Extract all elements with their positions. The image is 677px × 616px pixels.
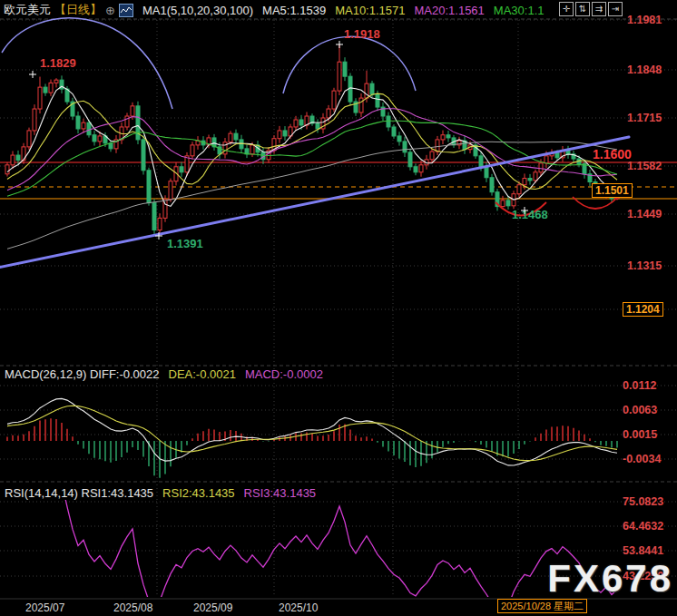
macd-bar-value: MACD:-0.0002 [245, 367, 323, 381]
indicator-axis-label: 0.0015 [623, 428, 657, 441]
price-axis-label: 1.1315 [627, 259, 662, 272]
period-label[interactable]: 【日线】 [54, 2, 102, 18]
macd-header: MACD(26,12,9) DIFF:-0.0022 DEA:-0.0021 M… [5, 367, 323, 381]
price-axis-label: 1.1981 [627, 14, 662, 26]
date-axis-label: 2025/07 [25, 601, 65, 614]
price-axis-label: 1.1848 [627, 64, 662, 76]
mini-chart-icon[interactable] [119, 4, 133, 17]
main-chart-header: 欧元美元 【日线】 ⊕ MA1(5,10,20,30,100) MA5:1.15… [4, 2, 545, 18]
date-axis-label: 2025/10 [279, 601, 319, 614]
resistance-level-label: 1.1600 [593, 147, 632, 161]
ma30-value: MA30:1.1 [494, 4, 545, 17]
ma-settings-label[interactable]: MA1(5,10,20,30,100) [142, 4, 253, 17]
ma5-value: MA5:1.1539 [262, 4, 326, 17]
last-date-tag: 2025/10/28 星期二 [497, 599, 587, 613]
scale-x-icon[interactable]: ⇉ [592, 2, 606, 16]
indicator-axis-label: 53.8441 [623, 544, 663, 557]
price-axis-label: 1.1582 [627, 160, 662, 172]
scale-y-icon[interactable]: ⇅ [575, 2, 590, 16]
ma20-value: MA20:1.1561 [415, 4, 485, 17]
indicator-axis-label: 0.0063 [623, 404, 657, 416]
rsi2-value: RSI2:43.1435 [162, 486, 235, 500]
indicator-axis-label: -0.0034 [623, 453, 661, 465]
rsi-header: RSI(14,14,14) RSI1:43.1435 RSI2:43.1435 … [5, 486, 316, 500]
date-axis-label: 2025/08 [113, 601, 153, 614]
rsi-params[interactable]: RSI(14,14,14) [5, 486, 78, 500]
instrument-title: 欧元美元 [4, 2, 51, 18]
chart-toolbar: ✛ ⇅ ⇉ ⇥ [559, 2, 623, 16]
rsi1-value: RSI1:43.1435 [82, 486, 154, 500]
add-indicator-icon[interactable]: ⊕ [105, 4, 115, 17]
price-annotation: 1.1918 [344, 27, 380, 41]
indicator-axis-label: 0.0112 [623, 379, 657, 392]
ma10-value: MA10:1.1571 [335, 4, 405, 17]
price-axis-label: 1.1449 [627, 208, 662, 220]
chart-canvas[interactable]: 1.18291.19181.13911.14681.19811.18481.17… [0, 0, 677, 616]
indicator-axis-label: 75.0823 [623, 495, 663, 508]
date-axis-label: 2025/09 [193, 601, 233, 614]
last-price-tag: 1.1501 [592, 183, 633, 198]
macd-dea-value: DEA:-0.0021 [169, 367, 236, 381]
indicator-axis-label: 64.4632 [623, 520, 663, 533]
price-axis-label: 1.1715 [627, 112, 662, 124]
chart-window: 欧元美元 【日线】 ⊕ MA1(5,10,20,30,100) MA5:1.15… [0, 0, 677, 616]
macd-diff-value: DIFF:-0.0022 [90, 367, 160, 381]
crosshair-icon[interactable]: ✛ [559, 2, 574, 16]
fx678-watermark: FX678 [547, 557, 673, 601]
rsi3-value: RSI3:43.1435 [244, 486, 317, 500]
price-annotation: 1.1829 [40, 56, 76, 70]
lower-level-tag: 1.1204 [623, 302, 663, 317]
price-annotation: 1.1391 [167, 237, 203, 250]
pan-right-icon[interactable]: ⇥ [608, 2, 623, 16]
macd-params[interactable]: MACD(26,12,9) [5, 367, 86, 381]
price-annotation: 1.1468 [512, 208, 548, 221]
